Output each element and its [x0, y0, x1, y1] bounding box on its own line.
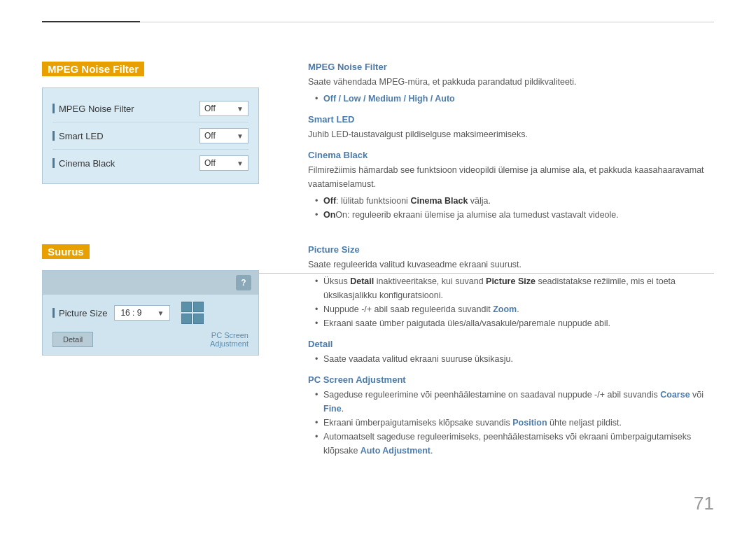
picture-box-content: Picture Size 16 : 9 ▼: [43, 295, 258, 355]
pc-screen-bullet2: Ekraani ümberpaigutamiseks klõpsake suva…: [315, 416, 714, 430]
question-icon[interactable]: ?: [236, 275, 251, 290]
section-title-mpeg: MPEG Noise Filter: [42, 62, 144, 76]
right-text-smart-led: Juhib LED-taustavalgust pildiselguse mak…: [308, 127, 714, 141]
picture-box-top: ?: [43, 271, 258, 295]
ratio-grid-icon: [181, 302, 204, 324]
bullet1-off: Off: [323, 196, 336, 206]
picture-box-buttons: Detail PC Screen Adjustment: [52, 331, 248, 348]
mpeg-options-list: Off / Low / Medium / High / Auto: [308, 92, 714, 106]
mpeg-options-link: Off / Low / Medium / High / Auto: [323, 94, 455, 104]
bullet2-rest: On: reguleerib ekraani ülemise ja alumis…: [335, 210, 618, 220]
section-title-suurus: Suurus: [42, 244, 90, 259]
pc-screen-button[interactable]: PC Screen Adjustment: [210, 331, 248, 348]
smart-led-select[interactable]: Off ▼: [200, 128, 248, 143]
page-number: 71: [694, 493, 714, 514]
picture-size-bullet2: Nuppude -/+ abil saab reguleerida suvand…: [315, 302, 714, 316]
picture-size-value: 16 : 9: [120, 308, 141, 318]
control-row-smart-led: Smart LED Off ▼: [52, 122, 248, 150]
pc-screen-bullet1: Sageduse reguleerimine või peenhäälestam…: [315, 388, 714, 416]
right-heading-picture-size: Picture Size: [308, 244, 714, 255]
picture-size-list: Üksus Detail inaktiveeritakse, kui suvan…: [308, 274, 714, 330]
top-line-dark: [42, 21, 140, 22]
right-col-suurus: Picture Size Saate reguleerida valitud k…: [308, 244, 714, 461]
cinema-black-value: Off: [204, 158, 216, 168]
section-mpeg: MPEG Noise Filter MPEG Noise Filter Off …: [42, 62, 714, 225]
smart-led-value: Off: [204, 131, 216, 141]
right-text-cinema-black: Filmirežiimis hämardab see funktsioon vi…: [308, 163, 714, 191]
picture-size-bullet1: Üksus Detail inaktiveeritakse, kui suvan…: [315, 274, 714, 302]
cinema-black-bullet2: OnOn: reguleerib ekraani ülemise ja alum…: [315, 208, 714, 222]
right-heading-pc-screen: PC Screen Adjustment: [308, 374, 714, 385]
picture-size-bold: Picture Size: [486, 276, 536, 286]
auto-adjustment-link: Auto Adjustment: [360, 446, 430, 456]
zoom-link: Zoom: [493, 304, 517, 314]
control-box-mpeg: MPEG Noise Filter Off ▼ Smart LED Off ▼: [42, 87, 259, 184]
mpeg-noise-value: Off: [204, 104, 216, 113]
detail-bold: Detail: [350, 276, 374, 286]
pc-screen-line2: Adjustment: [210, 339, 248, 348]
bullet1-cinema: Cinema Black: [410, 196, 468, 206]
bullet1-end: välja.: [468, 196, 491, 206]
cinema-black-select[interactable]: Off ▼: [200, 155, 248, 171]
ratio-cell-1: [181, 302, 192, 312]
left-col-suurus: Suurus ? Picture Size 16 : 9 ▼: [42, 244, 280, 461]
cinema-black-label: Cinema Black: [52, 158, 115, 169]
mpeg-noise-arrow: ▼: [237, 105, 244, 113]
picture-size-select[interactable]: 16 : 9 ▼: [114, 305, 170, 321]
mpeg-noise-label: MPEG Noise Filter: [52, 104, 134, 114]
ratio-cell-2: [193, 302, 204, 312]
cinema-black-arrow: ▼: [237, 160, 244, 167]
mpeg-noise-select[interactable]: Off ▼: [200, 101, 248, 116]
right-heading-smart-led: Smart LED: [308, 114, 714, 125]
picture-box: ? Picture Size 16 : 9 ▼: [42, 270, 259, 356]
left-col-mpeg: MPEG Noise Filter MPEG Noise Filter Off …: [42, 62, 280, 225]
smart-led-arrow: ▼: [237, 132, 244, 140]
top-line-light: [140, 22, 714, 22]
bullet1-rest: : lülitab funktsiooni: [336, 196, 410, 206]
ratio-cell-4: [193, 314, 204, 324]
right-col-mpeg: MPEG Noise Filter Saate vähendada MPEG-m…: [308, 62, 714, 225]
picture-size-row: Picture Size 16 : 9 ▼: [52, 302, 248, 324]
pc-screen-list: Sageduse reguleerimine või peenhäälestam…: [308, 388, 714, 458]
control-row-cinema-black: Cinema Black Off ▼: [52, 150, 248, 176]
control-row-mpeg-noise: MPEG Noise Filter Off ▼: [52, 95, 248, 122]
mpeg-options-item: Off / Low / Medium / High / Auto: [315, 92, 714, 106]
right-text-picture-size: Saate reguleerida valitud kuvaseadme ekr…: [308, 258, 714, 272]
section-suurus: Suurus ? Picture Size 16 : 9 ▼: [42, 244, 714, 461]
right-heading-detail: Detail: [308, 339, 714, 349]
top-line: [42, 21, 714, 22]
picture-size-label: Picture Size: [52, 308, 107, 318]
bullet2-on: On: [323, 210, 335, 220]
detail-list: Saate vaadata valitud ekraani suuruse ük…: [308, 352, 714, 366]
smart-led-label: Smart LED: [52, 131, 104, 141]
coarse-link: Coarse: [660, 390, 690, 400]
page: MPEG Noise Filter MPEG Noise Filter Off …: [0, 0, 756, 534]
fine-link: Fine: [323, 404, 342, 414]
pc-screen-line1: PC Screen: [210, 331, 248, 339]
picture-size-arrow: ▼: [157, 309, 164, 317]
picture-size-bullet3: Ekraani saate ümber paigutada üles/alla/…: [315, 316, 714, 330]
cinema-black-list: Off: lülitab funktsiooni Cinema Black vä…: [308, 194, 714, 222]
cinema-black-bullet1: Off: lülitab funktsiooni Cinema Black vä…: [315, 194, 714, 208]
right-heading-mpeg-noise: MPEG Noise Filter: [308, 62, 714, 72]
detail-button[interactable]: Detail: [52, 332, 93, 347]
position-link: Position: [512, 418, 547, 428]
right-heading-cinema-black: Cinema Black: [308, 150, 714, 160]
pc-screen-bullet3: Automaatselt sageduse reguleerimiseks, p…: [315, 430, 714, 458]
right-text-mpeg-noise: Saate vähendada MPEG-müra, et pakkuda pa…: [308, 75, 714, 89]
detail-bullet1: Saate vaadata valitud ekraani suuruse ük…: [315, 352, 714, 366]
ratio-cell-3: [181, 314, 192, 324]
